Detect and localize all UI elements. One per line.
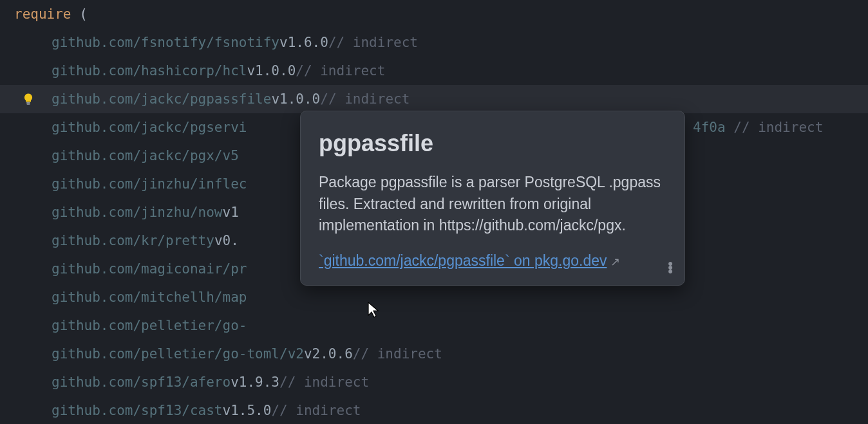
module-path[interactable]: github.com/spf13/cast <box>52 396 223 424</box>
comment: // indirect <box>271 396 361 424</box>
comment: // indirect <box>328 28 418 57</box>
code-line-require: require ( <box>0 0 868 28</box>
keyword-require: require <box>14 0 71 28</box>
comment: // indirect <box>296 57 385 85</box>
module-path[interactable]: github.com/jinzhu/now <box>52 198 223 226</box>
module-version: v1.0.0 <box>271 85 320 113</box>
svg-rect-1 <box>27 104 30 105</box>
code-line: github.com/fsnotify/fsnotify v1.6.0 // i… <box>0 28 868 57</box>
module-version: v2.0.6 <box>304 340 353 368</box>
code-line: github.com/pelletier/go- <box>0 311 868 340</box>
module-path[interactable]: github.com/mitchellh/map <box>52 283 247 311</box>
module-path[interactable]: github.com/spf13/afero <box>52 368 231 396</box>
tooltip-doc-link[interactable]: `github.com/jackc/pgpassfile` on pkg.go.… <box>319 252 607 269</box>
tooltip-title: pgpassfile <box>319 127 666 160</box>
code-line: github.com/jackc/pgpassfile v1.0.0 // in… <box>0 85 868 113</box>
svg-rect-0 <box>26 102 30 104</box>
module-path[interactable]: github.com/jackc/pgx/v5 <box>52 142 239 170</box>
paren-open: ( <box>79 0 88 28</box>
code-line: github.com/mitchellh/map <box>0 283 868 311</box>
module-version: v1.6.0 <box>279 28 328 57</box>
module-path[interactable]: github.com/fsnotify/fsnotify <box>52 28 279 57</box>
module-path[interactable]: github.com/hashicorp/hcl <box>52 57 247 85</box>
code-line: github.com/spf13/cast v1.5.0 // indirect <box>0 396 868 424</box>
comment: // indirect <box>320 85 410 113</box>
module-version: v0. <box>214 226 239 255</box>
comment: // indirect <box>353 340 442 368</box>
module-path[interactable]: github.com/kr/pretty <box>52 226 214 255</box>
comment: // indirect <box>279 368 369 396</box>
module-path[interactable]: github.com/pelletier/go- <box>52 311 247 340</box>
truncated-tail: 4f0a // indirect <box>693 113 823 142</box>
tooltip-body: Package pgpassfile is a parser PostgreSQ… <box>319 172 666 236</box>
module-path[interactable]: github.com/jackc/pgpassfile <box>52 85 271 113</box>
documentation-tooltip: pgpassfile Package pgpassfile is a parse… <box>300 111 685 286</box>
code-line: github.com/pelletier/go-toml/v2 v2.0.6 /… <box>0 340 868 368</box>
external-link-icon: ↗ <box>610 255 620 268</box>
module-path[interactable]: github.com/pelletier/go-toml/v2 <box>52 340 304 368</box>
module-version: v1.9.3 <box>231 368 279 396</box>
lightbulb-icon[interactable] <box>22 93 35 106</box>
module-version: v1.0.0 <box>247 57 296 85</box>
code-line: github.com/hashicorp/hcl v1.0.0 // indir… <box>0 57 868 85</box>
tooltip-more-icon[interactable]: ••• <box>668 262 673 273</box>
module-path[interactable]: github.com/magiconair/pr <box>52 255 247 283</box>
module-path[interactable]: github.com/jackc/pgservi <box>52 113 247 142</box>
module-version: v1 <box>223 198 239 226</box>
module-version: v1.5.0 <box>223 396 272 424</box>
gutter-slot <box>19 93 37 106</box>
module-path[interactable]: github.com/jinzhu/inflec <box>52 170 247 198</box>
code-line: github.com/spf13/afero v1.9.3 // indirec… <box>0 368 868 396</box>
